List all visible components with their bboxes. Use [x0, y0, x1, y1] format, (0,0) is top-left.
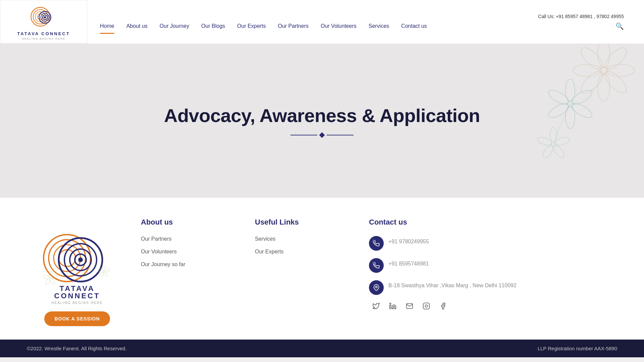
footer-tagline: HEALING BEGINS HERE — [51, 301, 103, 305]
footer-llp: LLP Registration number AAX-5890 — [538, 346, 617, 351]
logo[interactable]: TATAVA CONNECT HEALING BEGINS HERE — [0, 0, 87, 44]
divider-diamond — [319, 132, 325, 138]
footer-link-partners[interactable]: Our Partners — [141, 236, 241, 242]
svg-point-10 — [606, 64, 635, 76]
contact-phone1-text: +91 9780249955 — [388, 236, 429, 245]
footer-link-journey[interactable]: Our Journey so far — [141, 261, 241, 267]
svg-point-27 — [541, 144, 555, 160]
svg-point-9 — [601, 44, 630, 73]
hero-section: Advocacy, Awareness & Application — [0, 44, 644, 198]
footer-link-experts[interactable]: Our Experts — [255, 249, 356, 255]
svg-point-24 — [550, 127, 557, 142]
contact-address-item: B-18 Swasthya Vihar ,Vikas Marg , New De… — [369, 280, 617, 295]
header: TATAVA CONNECT HEALING BEGINS HERE Call … — [0, 0, 644, 44]
nav-item-blogs[interactable]: Our Blogs — [195, 20, 231, 32]
contact-address-text: B-18 Swasthya Vihar ,Vikas Marg , New De… — [388, 280, 517, 290]
linkedin-icon[interactable] — [389, 302, 396, 312]
hero-title: Advocacy, Awareness & Application — [164, 105, 480, 126]
footer-grid: TATAVACONNECT HEALING BEGINS HERE BOOK A… — [27, 218, 617, 326]
svg-point-26 — [552, 144, 566, 160]
footer-links-col: Useful Links Services Our Experts — [255, 218, 356, 326]
svg-point-19 — [570, 101, 594, 120]
svg-point-7 — [44, 16, 46, 18]
contact-phone2-item: +91 8595748981 — [369, 258, 617, 273]
phone-icon — [373, 240, 380, 247]
logo-brand-name: TATAVA CONNECT — [17, 32, 70, 36]
map-pin-icon — [373, 284, 380, 291]
hero-content: Advocacy, Awareness & Application — [164, 105, 480, 137]
svg-rect-50 — [390, 305, 391, 309]
nav-item-about[interactable]: About us — [120, 20, 154, 32]
phone1-icon — [369, 236, 384, 251]
footer-contact-col: Contact us +91 9780249955 +91 85957489 — [369, 218, 617, 326]
footer-bottom: ©2022. Wrestle Fanent. All Rights Reserv… — [0, 340, 644, 357]
book-session-button[interactable]: BOOK A SESSION — [44, 311, 110, 326]
phone2-icon — [369, 258, 384, 273]
nav-item-contact[interactable]: Contact us — [395, 20, 433, 32]
divider-line-right — [327, 135, 354, 135]
footer-copyright: ©2022. Wrestle Fanent. All Rights Reserv… — [27, 346, 127, 351]
svg-point-22 — [546, 87, 571, 107]
contact-phone2-text: +91 8595748981 — [388, 258, 429, 267]
footer-useful-links-title: Useful Links — [255, 218, 356, 227]
nav-item-home[interactable]: Home — [94, 20, 120, 32]
footer: TATAVACONNECT HEALING BEGINS HERE BOOK A… — [0, 198, 644, 357]
main-nav: Home About us Our Journey Our Blogs Our … — [87, 20, 631, 32]
svg-point-8 — [598, 44, 610, 68]
social-icons — [369, 302, 617, 312]
svg-rect-52 — [423, 303, 429, 309]
header-right: Call Us: +91 85957 48981 , 97802 49955 H… — [87, 12, 631, 32]
logo-icon — [30, 3, 57, 30]
footer-brand-name: TATAVACONNECT — [54, 285, 100, 300]
footer-link-volunteers[interactable]: Our Volunteers — [141, 249, 241, 255]
instagram-icon[interactable] — [423, 302, 430, 312]
footer-link-services[interactable]: Services — [255, 236, 356, 242]
contact-phone1-item: +91 9780249955 — [369, 236, 617, 251]
nav-item-volunteers[interactable]: Our Volunteers — [315, 20, 363, 32]
email-icon[interactable] — [406, 302, 413, 312]
svg-point-38 — [78, 257, 83, 262]
svg-point-14 — [573, 64, 601, 76]
svg-point-49 — [376, 286, 377, 288]
footer-about-title: About us — [141, 218, 241, 227]
nav-item-journey[interactable]: Our Journey — [154, 20, 195, 32]
location-icon — [369, 280, 384, 295]
svg-point-43 — [43, 274, 50, 280]
svg-point-46 — [103, 271, 109, 277]
twitter-icon[interactable] — [372, 302, 380, 312]
divider-line-left — [290, 135, 317, 135]
facebook-icon[interactable] — [439, 302, 447, 312]
svg-point-20 — [566, 106, 575, 129]
logo-tagline: HEALING BEGINS HERE — [22, 37, 65, 40]
nav-item-experts[interactable]: Our Experts — [231, 20, 272, 32]
nav-item-services[interactable]: Services — [363, 20, 395, 32]
svg-point-11 — [601, 68, 630, 97]
svg-point-44 — [103, 265, 105, 271]
call-bar: Call Us: +91 85957 48981 , 97802 49955 — [87, 12, 631, 19]
footer-contact-title: Contact us — [369, 218, 617, 227]
footer-logo-icon — [40, 218, 114, 292]
call-label: Call Us: +91 85957 48981 , 97802 49955 — [538, 14, 624, 19]
nav-item-partners[interactable]: Our Partners — [272, 20, 315, 32]
svg-point-17 — [566, 79, 575, 102]
footer-logo-col: TATAVACONNECT HEALING BEGINS HERE BOOK A… — [27, 218, 127, 326]
svg-point-12 — [598, 73, 610, 101]
footer-about-col: About us Our Partners Our Volunteers Our… — [141, 218, 241, 326]
phone-icon-2 — [373, 262, 380, 269]
search-icon[interactable]: 🔍 — [615, 22, 624, 30]
hero-divider — [164, 133, 480, 137]
floral-decoration — [537, 44, 644, 171]
svg-point-51 — [390, 303, 391, 304]
svg-point-15 — [578, 44, 606, 73]
